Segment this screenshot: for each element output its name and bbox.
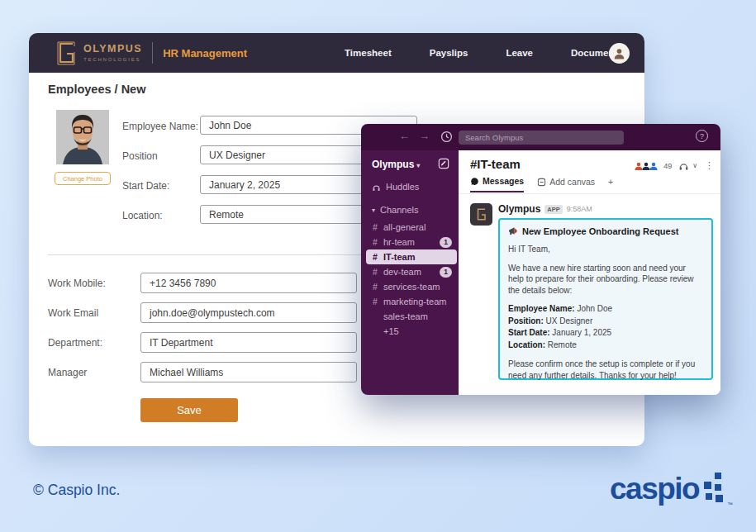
tab-add-plus[interactable]: +: [608, 177, 613, 192]
hash-icon: #: [373, 237, 383, 247]
megaphone-icon: [508, 226, 519, 236]
history-clock-icon[interactable]: [440, 131, 453, 146]
olympus-g-icon: [475, 207, 487, 221]
tab-messages[interactable]: Messages: [470, 176, 524, 192]
breadcrumb: Employees / New: [48, 83, 145, 96]
hash-icon: #: [373, 297, 383, 306]
unread-badge: 1: [440, 237, 452, 248]
sidebar-item-huddles[interactable]: Huddles: [372, 182, 419, 192]
overflow-menu-icon[interactable]: ⋮: [705, 160, 714, 171]
hash-icon: #: [373, 267, 383, 277]
search-input[interactable]: [459, 131, 624, 145]
caspio-wordmark: caspio: [610, 473, 699, 506]
channel-item-marketing-team[interactable]: # marketing-team: [366, 294, 457, 309]
onboarding-message-card: New Employee Onboarding Request Hi IT Te…: [498, 218, 713, 380]
tabs-divider: [459, 193, 720, 194]
headphones-icon: [372, 183, 381, 192]
channel-item-hr-team[interactable]: # hr-team 1: [366, 235, 457, 249]
olympus-logo: OLYMPUS TECHNOLOGIES: [55, 40, 142, 65]
hash-icon: #: [373, 252, 383, 262]
employee-photo: [56, 110, 109, 164]
message-author[interactable]: Olympus: [498, 203, 540, 215]
trademark-symbol: ™: [727, 501, 733, 507]
position-label: Position: [122, 150, 158, 162]
olympus-g-icon: [55, 40, 77, 65]
huddle-headphones-icon[interactable]: [678, 160, 689, 171]
chevron-down-icon[interactable]: ∨: [692, 162, 697, 169]
manager-input[interactable]: [140, 362, 357, 382]
channel-item-all-general[interactable]: # all-general: [366, 220, 457, 235]
channel-header-actions: 49 ∨ ⋮: [636, 160, 714, 171]
help-icon[interactable]: ?: [696, 130, 708, 142]
channel-tabs: Messages Add canvas +: [470, 176, 613, 192]
member-count: 49: [663, 162, 672, 170]
detail-line: Start Date: January 1, 2025: [508, 327, 703, 340]
work-mobile-label: Work Mobile:: [48, 278, 106, 289]
channel-more-count[interactable]: +15: [366, 324, 457, 339]
work-mobile-input[interactable]: [140, 273, 357, 293]
nav-item-timesheet[interactable]: Timesheet: [345, 48, 392, 58]
message-title-row: New Employee Onboarding Request: [508, 226, 703, 236]
unread-badge: 1: [440, 267, 452, 278]
chevron-down-icon: ▾: [416, 162, 420, 169]
caspio-logo: caspio ™: [610, 473, 733, 507]
department-label: Department:: [48, 337, 102, 349]
manager-label: Manager: [48, 367, 87, 378]
work-email-label: Work Email: [48, 307, 98, 319]
caspio-squares-icon: [704, 473, 725, 507]
channel-title[interactable]: #IT-team: [470, 157, 521, 171]
employee-portrait-image: [56, 110, 109, 164]
start-date-label: Start Date:: [122, 180, 169, 192]
detail-line: Employee Name: John Doe: [508, 303, 703, 316]
message-author-row: Olympus APP 9:58AM: [498, 203, 592, 215]
message-details: Employee Name: John Doe Position: UX Des…: [508, 303, 703, 351]
hash-icon: #: [373, 282, 383, 292]
member-avatars[interactable]: [636, 161, 659, 171]
department-input[interactable]: [140, 332, 357, 353]
work-email-input[interactable]: [140, 302, 357, 323]
navbar-divider: [152, 42, 153, 64]
channels-section-header[interactable]: ▾ Channels: [372, 205, 419, 215]
employee-name-label: Employee Name:: [122, 121, 198, 132]
message-title: New Employee Onboarding Request: [522, 226, 678, 236]
nav-item-payslips[interactable]: Payslips: [430, 48, 468, 58]
workspace-switcher[interactable]: Olympus▾: [372, 159, 420, 170]
logo-subtitle: TECHNOLOGIES: [83, 57, 142, 62]
location-label: Location:: [122, 210, 163, 221]
slack-top-bar: ← → ?: [361, 124, 720, 150]
footer-copyright: © Caspio Inc.: [33, 482, 120, 499]
app-title: HR Management: [163, 47, 247, 59]
message-body-2: Please confirm once the setup is complet…: [508, 359, 703, 381]
detail-line: Position: UX Designer: [508, 316, 703, 328]
chevron-down-icon: ▾: [372, 207, 375, 214]
app-badge: APP: [544, 205, 562, 214]
slack-window: ← → ? Olympus▾ Huddles ▾ Channels #: [361, 124, 720, 395]
tab-add-canvas[interactable]: Add canvas: [537, 177, 595, 192]
message-greeting: Hi IT Team,: [508, 244, 703, 255]
user-avatar[interactable]: [609, 43, 630, 64]
slack-main-pane: #IT-team 49 ∨ ⋮ Messages: [459, 150, 720, 395]
canvas-icon: [537, 178, 546, 187]
hr-navbar: OLYMPUS TECHNOLOGIES HR Management Times…: [29, 33, 644, 73]
channel-item-it-team-selected[interactable]: # IT-team: [366, 249, 457, 264]
message-body-1: We have a new hire starting soon and nee…: [508, 263, 703, 297]
compose-icon[interactable]: [438, 158, 449, 173]
channel-item-services-team[interactable]: # services-team: [366, 279, 457, 294]
hash-icon: #: [373, 222, 383, 232]
person-icon: [649, 161, 659, 171]
chat-bubble-icon: [470, 177, 479, 186]
slack-sidebar: Olympus▾ Huddles ▾ Channels # all-genera…: [361, 150, 459, 395]
save-button[interactable]: Save: [140, 398, 238, 422]
back-arrow-icon[interactable]: ←: [399, 130, 410, 142]
message-bot-avatar[interactable]: [470, 203, 492, 226]
page-background: OLYMPUS TECHNOLOGIES HR Management Times…: [0, 0, 756, 532]
logo-title: OLYMPUS: [83, 44, 142, 55]
nav-item-leave[interactable]: Leave: [506, 48, 533, 58]
channel-item-dev-team[interactable]: # dev-team 1: [366, 264, 457, 279]
change-photo-button[interactable]: Change Photo: [55, 172, 111, 185]
message-timestamp[interactable]: 9:58AM: [567, 205, 592, 213]
detail-line: Location: Remote: [508, 340, 703, 352]
person-icon: [612, 46, 626, 60]
channel-item-sales-team[interactable]: sales-team: [366, 309, 457, 324]
forward-arrow-icon[interactable]: →: [419, 130, 430, 142]
